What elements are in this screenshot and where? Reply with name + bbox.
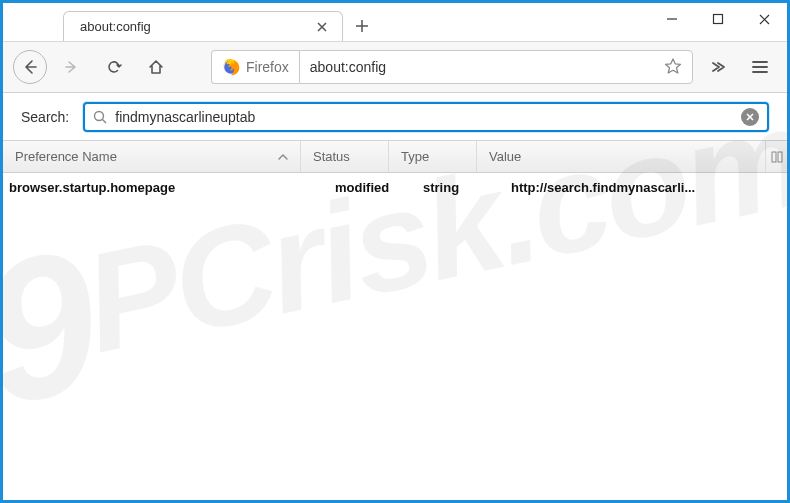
window-close-button[interactable] (741, 3, 787, 35)
table-row[interactable]: browser.startup.homepage modified string… (3, 173, 787, 201)
url-text: about:config (310, 59, 654, 75)
hamburger-menu-button[interactable] (743, 50, 777, 84)
tab-close-icon[interactable] (314, 19, 330, 35)
column-header-name[interactable]: Preference Name (3, 141, 301, 172)
column-header-type[interactable]: Type (389, 141, 477, 172)
cell-type: string (411, 180, 499, 195)
browser-tab[interactable]: about:config (63, 11, 343, 41)
cell-value: http://search.findmynascarli... (499, 180, 787, 195)
cell-name: browser.startup.homepage (3, 180, 323, 195)
svg-point-2 (95, 111, 104, 120)
search-label: Search: (21, 109, 69, 125)
clear-search-button[interactable] (741, 108, 759, 126)
firefox-icon (222, 58, 240, 76)
column-header-status[interactable]: Status (301, 141, 389, 172)
config-search-input[interactable] (115, 109, 733, 125)
table-body: browser.startup.homepage modified string… (3, 173, 787, 500)
forward-button[interactable] (55, 50, 89, 84)
reload-button[interactable] (97, 50, 131, 84)
identity-label: Firefox (246, 59, 289, 75)
config-search-box[interactable] (83, 102, 769, 132)
overflow-menu-button[interactable] (701, 50, 735, 84)
sort-indicator-icon (278, 149, 288, 164)
back-button[interactable] (13, 50, 47, 84)
window-minimize-button[interactable] (649, 3, 695, 35)
svg-rect-3 (772, 152, 776, 162)
bookmark-star-icon[interactable] (664, 57, 682, 78)
cell-status: modified (323, 180, 411, 195)
table-header: Preference Name Status Type Value (3, 141, 787, 173)
url-bar[interactable]: about:config (299, 50, 693, 84)
svg-rect-4 (778, 152, 782, 162)
tab-title: about:config (80, 19, 302, 34)
column-header-value[interactable]: Value (477, 141, 765, 172)
identity-box[interactable]: Firefox (211, 50, 299, 84)
home-button[interactable] (139, 50, 173, 84)
column-picker-button[interactable] (765, 141, 787, 172)
new-tab-button[interactable] (347, 11, 377, 41)
window-maximize-button[interactable] (695, 3, 741, 35)
search-icon (93, 110, 107, 124)
svg-rect-0 (714, 15, 723, 24)
